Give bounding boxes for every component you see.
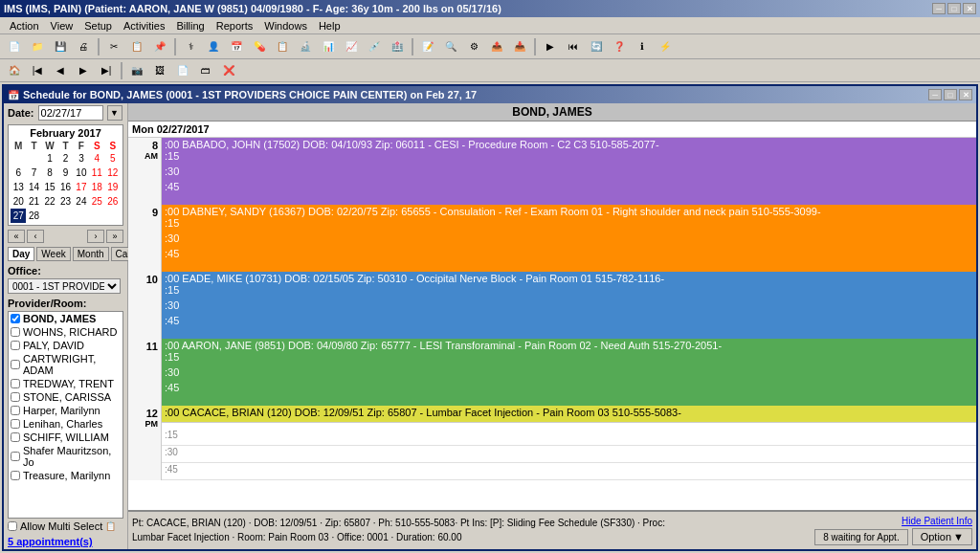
- cal-day-5[interactable]: 5: [105, 151, 121, 166]
- menu-windows[interactable]: Windows: [258, 19, 313, 33]
- provider-stone-chk[interactable]: [11, 392, 20, 402]
- provider-wohns-chk[interactable]: [11, 327, 20, 337]
- cal-day-25[interactable]: 25: [89, 194, 104, 209]
- menu-view[interactable]: View: [45, 19, 79, 33]
- cal-day-1[interactable]: 1: [42, 151, 57, 166]
- cal-day-14[interactable]: 14: [26, 180, 41, 194]
- menu-setup[interactable]: Setup: [78, 19, 118, 33]
- cal-day-3[interactable]: 3: [74, 151, 89, 166]
- tb-b20[interactable]: ℹ: [632, 37, 653, 56]
- tb2-nav3[interactable]: ▶: [73, 61, 94, 80]
- tb-save[interactable]: 💾: [50, 37, 71, 56]
- provider-treasure-chk[interactable]: [11, 471, 20, 480]
- tb-b13[interactable]: ⚙: [463, 37, 484, 56]
- tb-b19[interactable]: ❓: [609, 37, 630, 56]
- provider-cartwright-chk[interactable]: [11, 360, 20, 369]
- tb-b1[interactable]: ⚕: [180, 37, 201, 56]
- tb-b2[interactable]: 👤: [203, 37, 224, 56]
- cal-day-2[interactable]: 2: [57, 151, 73, 166]
- provider-schiff-chk[interactable]: [11, 432, 20, 442]
- tb-b3[interactable]: 📅: [226, 37, 247, 56]
- tb-b21[interactable]: ⚡: [655, 37, 676, 56]
- tb-b6[interactable]: 🔬: [295, 37, 316, 56]
- provider-bond-chk[interactable]: [11, 314, 20, 323]
- provider-schiff[interactable]: SCHIFF, WILLIAM: [9, 431, 122, 444]
- cal-day-26[interactable]: 26: [105, 194, 121, 209]
- hour-12-slot-30[interactable]: :30: [162, 446, 976, 463]
- provider-paly[interactable]: PALY, DAVID: [9, 339, 122, 352]
- tb2-b3[interactable]: 🖼: [149, 61, 170, 80]
- option-btn[interactable]: Option ▼: [912, 528, 972, 545]
- maximize-btn[interactable]: □: [947, 3, 961, 14]
- tb-b11[interactable]: 📝: [417, 37, 438, 56]
- cal-day-11[interactable]: 11: [89, 166, 104, 180]
- allow-multi-chk[interactable]: [8, 521, 17, 531]
- cal-day-8[interactable]: 8: [42, 166, 57, 180]
- appt-aaron[interactable]: :00 AARON, JANE (9851) DOB: 04/09/80 Zip…: [162, 339, 976, 406]
- cal-day-21[interactable]: 21: [26, 194, 41, 209]
- cal-day-17[interactable]: 17: [74, 180, 89, 194]
- cal-day-20[interactable]: 20: [11, 194, 26, 209]
- tb-paste[interactable]: 📌: [149, 37, 170, 56]
- cal-day-7[interactable]: 7: [26, 166, 41, 180]
- provider-tredway-chk[interactable]: [11, 379, 20, 388]
- tb2-nav2[interactable]: ◀: [50, 61, 71, 80]
- provider-paly-chk[interactable]: [11, 341, 20, 350]
- provider-harper-chk[interactable]: [11, 406, 20, 415]
- tb2-nav4[interactable]: ▶|: [96, 61, 117, 80]
- cal-day-6[interactable]: 6: [11, 166, 26, 180]
- tb-print[interactable]: 🖨: [73, 37, 94, 56]
- tb2-b5[interactable]: 🗃: [195, 61, 216, 80]
- tab-week[interactable]: Week: [36, 247, 70, 261]
- cal-day-18[interactable]: 18: [89, 180, 104, 194]
- provider-lenihan[interactable]: Lenihan, Charles: [9, 417, 122, 431]
- menu-action[interactable]: Action: [4, 19, 45, 33]
- tb-b7[interactable]: 📊: [318, 37, 339, 56]
- tb2-b2[interactable]: 📷: [126, 61, 147, 80]
- tb-b9[interactable]: 💉: [364, 37, 385, 56]
- cal-next-next[interactable]: »: [106, 230, 123, 243]
- tab-month[interactable]: Month: [73, 247, 109, 261]
- menu-reports[interactable]: Reports: [211, 19, 259, 33]
- cal-day-15[interactable]: 15: [42, 180, 57, 194]
- cal-day-4[interactable]: 4: [89, 151, 104, 166]
- provider-wohns[interactable]: WOHNS, RICHARD: [9, 325, 122, 339]
- provider-tredway[interactable]: TREDWAY, TRENT: [9, 377, 122, 390]
- tb-new[interactable]: 📄: [4, 37, 25, 56]
- appt-cacace[interactable]: :00 CACACE, BRIAN (120) DOB: 12/09/51 Zi…: [162, 406, 976, 423]
- tb-cut[interactable]: ✂: [103, 37, 124, 56]
- provider-treasure[interactable]: Treasure, Marilynn: [9, 469, 122, 482]
- cal-day-16[interactable]: 16: [57, 180, 73, 194]
- tb-b8[interactable]: 📈: [341, 37, 362, 56]
- appt-count[interactable]: 5 appointment(s): [4, 534, 127, 549]
- cal-day-9[interactable]: 9: [57, 166, 73, 180]
- cal-day-28[interactable]: 28: [26, 209, 41, 223]
- sched-minimize[interactable]: ─: [928, 89, 942, 100]
- tb-b18[interactable]: 🔄: [586, 37, 607, 56]
- cal-prev[interactable]: ‹: [27, 230, 44, 243]
- cal-day-24[interactable]: 24: [74, 194, 89, 209]
- sched-close[interactable]: ✕: [959, 89, 972, 100]
- appt-babado[interactable]: :00 BABADO, JOHN (17502) DOB: 04/10/93 Z…: [162, 138, 976, 205]
- provider-stone[interactable]: STONE, CARISSA: [9, 390, 122, 404]
- provider-shafer[interactable]: Shafer Mauritzson, Jo: [9, 444, 122, 469]
- tb-b5[interactable]: 📋: [272, 37, 293, 56]
- menu-billing[interactable]: Billing: [170, 19, 210, 33]
- tb-b15[interactable]: 📥: [509, 37, 530, 56]
- tb-b16[interactable]: ▶: [540, 37, 561, 56]
- waiting-appt-btn[interactable]: 8 waiting for Appt.: [814, 529, 908, 545]
- cal-day-12[interactable]: 12: [105, 166, 121, 180]
- sched-restore[interactable]: □: [944, 89, 957, 100]
- cal-day-23[interactable]: 23: [57, 194, 73, 209]
- tab-day[interactable]: Day: [8, 247, 34, 261]
- cal-day-22[interactable]: 22: [42, 194, 57, 209]
- cal-day-10[interactable]: 10: [74, 166, 89, 180]
- menu-activities[interactable]: Activities: [118, 19, 170, 33]
- cal-day-19[interactable]: 19: [105, 180, 121, 194]
- tb2-b1[interactable]: 🏠: [4, 61, 25, 80]
- hour-12-slot-15[interactable]: :15: [162, 429, 976, 446]
- cal-day-27[interactable]: 27: [11, 209, 26, 223]
- hide-patient-info[interactable]: Hide Patient Info: [902, 516, 972, 526]
- provider-lenihan-chk[interactable]: [11, 419, 20, 429]
- tb-b17[interactable]: ⏮: [563, 37, 584, 56]
